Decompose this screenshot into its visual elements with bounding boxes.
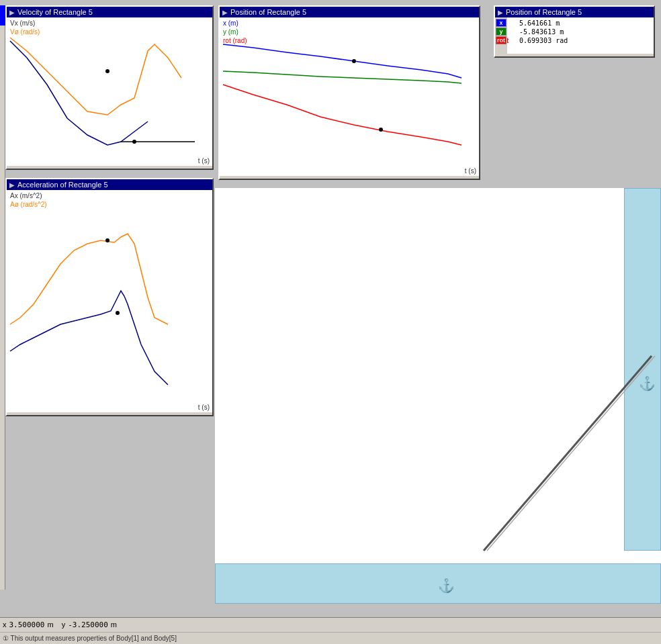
- position-readout-panel: ▶ Position of Rectangle 5 x y rot x 5.64…: [494, 5, 655, 58]
- position-x-row-value: 5.641661 m: [519, 19, 560, 27]
- acceleration-panel-label: Acceleration of Rectangle 5: [17, 181, 108, 189]
- position-y-row-value: -5.843613 m: [519, 28, 564, 36]
- acceleration-svg: [7, 190, 212, 412]
- ramp-svg: [215, 188, 661, 604]
- svg-line-6: [484, 356, 652, 551]
- position-y-row: y -5.843613 m: [498, 28, 651, 36]
- velocity-chart: Vx (m/s) Vø (rad/s) t (s): [7, 17, 212, 166]
- position-graph-svg: [220, 17, 479, 176]
- y-unit: m: [111, 620, 117, 629]
- acceleration-chart: Ax (m/s^2) Aø (rad/s^2) t (s): [7, 190, 212, 412]
- position-readout-arrow-icon: ▶: [498, 9, 503, 16]
- svg-point-3: [379, 128, 383, 132]
- y-coord-value: -3.250000: [68, 620, 108, 629]
- velocity-panel-label: Velocity of Rectangle 5: [17, 8, 93, 16]
- velocity-svg: [7, 17, 212, 166]
- acceleration-time-label: t (s): [198, 404, 210, 411]
- svg-line-7: [487, 356, 655, 551]
- status-info-text: ① This output measures properties of Bod…: [3, 635, 177, 642]
- position-graph-title: ▶ Position of Rectangle 5: [220, 7, 479, 17]
- velocity-time-label: t (s): [198, 157, 210, 165]
- position-readout-rot[interactable]: rot: [496, 36, 506, 44]
- scroll-indicator: [0, 5, 5, 26]
- y-coord-label: y: [62, 620, 66, 629]
- acceleration-panel: ▶ Acceleration of Rectangle 5 Ax Aø |A| …: [5, 178, 214, 416]
- velocity-panel-title: ▶ Velocity of Rectangle 5: [7, 7, 212, 17]
- position-rot-row-value: 0.699303 rad: [519, 37, 568, 44]
- position-readout-y[interactable]: y: [496, 28, 506, 36]
- floor-anchor: ⚓: [438, 578, 455, 594]
- status-info: ① This output measures properties of Bod…: [0, 632, 661, 644]
- position-graph-label: Position of Rectangle 5: [230, 8, 306, 16]
- svg-point-0: [105, 69, 109, 73]
- simulation-area: ⚓ ⚓: [215, 188, 661, 604]
- x-unit: m: [47, 620, 53, 629]
- position-time-label: t (s): [465, 167, 476, 175]
- position-readout-title: ▶ Position of Rectangle 5: [495, 7, 654, 17]
- position-rot-row: rot 0.699303 rad: [498, 36, 651, 45]
- position-graph-panel: ▶ Position of Rectangle 5 x y rot x (m) …: [218, 5, 480, 180]
- position-x-row: x 5.641661 m: [498, 19, 651, 28]
- velocity-arrow-icon: ▶: [9, 9, 15, 16]
- svg-point-5: [116, 311, 120, 315]
- vertical-scroll-bar[interactable]: [0, 5, 5, 590]
- x-coord-label: x: [3, 620, 7, 629]
- velocity-panel: ▶ Velocity of Rectangle 5 Vx Vø M Vø Vx …: [5, 5, 214, 170]
- acceleration-panel-title: ▶ Acceleration of Rectangle 5: [7, 179, 212, 190]
- svg-point-1: [132, 140, 136, 144]
- svg-point-2: [352, 59, 356, 63]
- svg-point-4: [105, 238, 109, 242]
- position-readout-values: x 5.641661 m y -5.843613 m rot 0.699303 …: [495, 17, 654, 54]
- position-graph-chart: x (m) y (m) rot (rad) t (s): [220, 17, 479, 176]
- status-coords-row: x 3.500000 m y -3.250000 m: [0, 618, 661, 631]
- position-readout-x[interactable]: x: [496, 19, 506, 27]
- position-readout-legend: x y rot: [495, 17, 507, 54]
- position-graph-arrow-icon: ▶: [222, 9, 228, 16]
- acceleration-arrow-icon: ▶: [9, 181, 15, 189]
- position-readout-label: Position of Rectangle 5: [506, 8, 582, 16]
- wall-anchor: ⚓: [639, 375, 656, 392]
- x-coord-value: 3.500000: [9, 620, 45, 629]
